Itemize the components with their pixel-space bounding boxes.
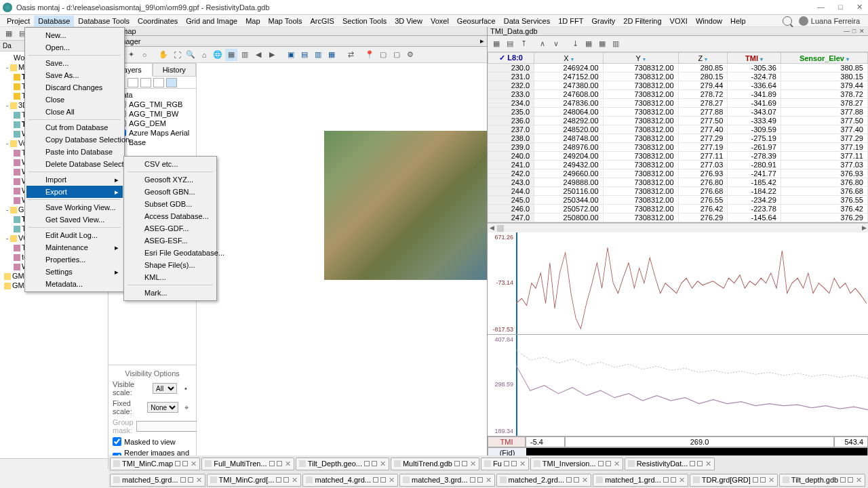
db-tool-2-icon[interactable]: ▤ bbox=[504, 38, 516, 50]
menu-1d-fft[interactable]: 1D FFT bbox=[554, 16, 587, 26]
doc-tab[interactable]: matched_1.grd...✕ bbox=[593, 474, 688, 487]
db-tool-down-icon[interactable]: ⤓ bbox=[569, 38, 581, 50]
map-tool-globe-icon[interactable]: 🌐 bbox=[212, 49, 224, 61]
export-esri-file-geodatabase-[interactable]: Esri File Geodatabase... bbox=[125, 247, 215, 259]
map-tool-star-icon[interactable]: ✦ bbox=[125, 49, 137, 61]
export-csv-etc-[interactable]: CSV etc... bbox=[125, 158, 215, 170]
menu-copy-db[interactable]: Copy Database Selection bbox=[26, 134, 123, 146]
doc-tab[interactable]: Fu✕ bbox=[481, 458, 529, 470]
export-geosoft-xyz-[interactable]: Geosoft XYZ... bbox=[125, 174, 215, 186]
profile-tmi[interactable]: 671.26 -73.14 -817.53 bbox=[488, 232, 868, 335]
menu-metadata[interactable]: Metadata... bbox=[26, 278, 123, 290]
fixed-scale-select[interactable]: None bbox=[147, 402, 178, 413]
menu-3d-view[interactable]: 3D View bbox=[391, 16, 427, 26]
menu-2d-filtering[interactable]: 2D Filtering bbox=[619, 16, 665, 26]
search-icon[interactable] bbox=[783, 16, 792, 26]
doc-tab[interactable]: ResistivityDat...✕ bbox=[625, 458, 715, 470]
export-subset-gdb-[interactable]: Subset GDB... bbox=[125, 198, 215, 210]
db-close-icon[interactable]: ✕ bbox=[858, 28, 865, 35]
menu-cut-db[interactable]: Cut from Database bbox=[26, 121, 123, 134]
menu-project[interactable]: Project bbox=[3, 16, 34, 26]
db-tool-cols-icon[interactable]: ▥ bbox=[610, 38, 622, 50]
doc-tab[interactable]: matched_3.grd...✕ bbox=[399, 474, 495, 487]
doc-tab[interactable]: MultiTrend.gdb✕ bbox=[391, 458, 479, 470]
profile-elev[interactable]: 407.84 298.59 189.34 bbox=[488, 335, 868, 437]
map-tool-blue2-icon[interactable]: ▤ bbox=[298, 49, 311, 61]
map-tool-x1-icon[interactable]: ▢ bbox=[377, 49, 389, 61]
doc-tab[interactable]: TMI_Inversion...✕ bbox=[530, 458, 623, 470]
data-table[interactable]: ✓ L8:0X ▾Y ▾Z ▾TMI ▾Sensor_Elev ▾230.024… bbox=[488, 52, 868, 223]
menu-export[interactable]: Export bbox=[26, 186, 123, 198]
doc-tab[interactable]: Tilt_depth.gdb✕ bbox=[779, 474, 865, 487]
map-tool-layer-icon[interactable]: ▦ bbox=[225, 49, 237, 61]
db-tool-up-icon[interactable]: ⤒ bbox=[517, 38, 530, 50]
menu-data-services[interactable]: Data Services bbox=[500, 16, 554, 26]
map-tool-blue3-icon[interactable]: ▥ bbox=[312, 49, 324, 61]
export-mark-[interactable]: Mark... bbox=[125, 287, 215, 299]
map-tool-circle-icon[interactable]: ○ bbox=[138, 49, 151, 61]
doc-tab[interactable]: TMI_MinC.grd[...✕ bbox=[207, 474, 302, 487]
menu-close-all[interactable]: Close All bbox=[26, 106, 123, 118]
menu-close[interactable]: Close bbox=[26, 94, 123, 106]
db-tool-grid2-icon[interactable]: ▦ bbox=[596, 38, 608, 50]
map-tool-pin-icon[interactable]: 📍 bbox=[363, 49, 376, 61]
menu-section-tools[interactable]: Section Tools bbox=[338, 16, 391, 26]
map-tool-zoom-sel-icon[interactable]: ⛶ bbox=[171, 49, 183, 61]
menu-get-view[interactable]: Get Saved View... bbox=[26, 214, 123, 226]
menu-save[interactable]: Save... bbox=[26, 57, 123, 69]
menu-arcgis[interactable]: ArcGIS bbox=[306, 16, 338, 26]
doc-tab[interactable]: matched_2.grd...✕ bbox=[496, 474, 592, 487]
menu-new[interactable]: New... bbox=[26, 29, 123, 41]
menu-props[interactable]: Properties... bbox=[26, 253, 123, 266]
map-tool-blue4-icon[interactable]: ▦ bbox=[326, 49, 338, 61]
db-tool-1-icon[interactable]: ▦ bbox=[490, 38, 502, 50]
menu-geosurface[interactable]: Geosurface bbox=[453, 16, 500, 26]
menu-save-view[interactable]: Save Working View... bbox=[26, 201, 123, 214]
export-shape-file-s-[interactable]: Shape File(s)... bbox=[125, 259, 215, 271]
db-max-icon[interactable]: □ bbox=[850, 28, 858, 35]
visible-scale-select[interactable]: All bbox=[153, 383, 177, 394]
menu-coordinates[interactable]: Coordinates bbox=[134, 16, 182, 26]
export-aseg-esf-[interactable]: ASEG-ESF... bbox=[125, 235, 215, 247]
user-badge[interactable]: Luana Ferreira bbox=[799, 16, 865, 26]
map-tool-link-icon[interactable]: ⇄ bbox=[344, 49, 357, 61]
menu-maint[interactable]: Maintenance bbox=[26, 241, 123, 253]
menu-voxi[interactable]: VOXI bbox=[666, 16, 692, 26]
doc-tab[interactable]: Full_MultiTren...✕ bbox=[201, 458, 294, 470]
menu-audit[interactable]: Edit Audit Log... bbox=[26, 229, 123, 241]
export-aseg-gdf-[interactable]: ASEG-GDF... bbox=[125, 222, 215, 235]
layermode-4-icon[interactable] bbox=[166, 78, 177, 87]
menu-settings[interactable]: Settings bbox=[26, 266, 123, 278]
doc-tab[interactable]: TMI_MinC.map✕ bbox=[110, 458, 200, 470]
menu-paste-db[interactable]: Paste into Database bbox=[26, 146, 123, 158]
maximize-button[interactable]: □ bbox=[835, 3, 846, 12]
tree-hscroll[interactable] bbox=[0, 458, 108, 469]
menu-map-tools[interactable]: Map Tools bbox=[264, 16, 307, 26]
export-kml-[interactable]: KML... bbox=[125, 271, 215, 283]
db-tool-grid-icon[interactable]: ▦ bbox=[583, 38, 595, 50]
layermode-1-icon[interactable] bbox=[127, 78, 138, 87]
map-tool-back-icon[interactable]: ◀ bbox=[252, 49, 264, 61]
map-tool-pan-icon[interactable]: ✋ bbox=[157, 49, 170, 61]
map-tool-fwd-icon[interactable]: ▶ bbox=[266, 49, 278, 61]
menu-voxel[interactable]: Voxel bbox=[427, 16, 453, 26]
menu-open[interactable]: Open... bbox=[26, 41, 123, 54]
db-min-icon[interactable]: — bbox=[843, 28, 850, 35]
map-tool-home-icon[interactable]: ⌂ bbox=[198, 49, 210, 61]
explorer-tool1-icon[interactable]: ▦ bbox=[3, 28, 15, 40]
history-tab[interactable]: History bbox=[153, 63, 197, 77]
doc-tab[interactable]: matched_5.grd...✕ bbox=[110, 474, 205, 487]
masked-to-view-check[interactable] bbox=[113, 437, 121, 446]
menu-database-tools[interactable]: Database Tools bbox=[74, 16, 134, 26]
doc-tab[interactable]: Tilt_Depth.geo...✕ bbox=[296, 458, 389, 470]
menu-import[interactable]: Import bbox=[26, 174, 123, 186]
map-canvas[interactable]: | Data:AG bbox=[197, 63, 487, 469]
fixed-scale-btn[interactable]: ⌖ bbox=[181, 401, 192, 413]
map-tool-gear-icon[interactable]: ⚙ bbox=[404, 49, 416, 61]
menu-grid-image[interactable]: Grid and Image bbox=[182, 16, 241, 26]
menu-gravity[interactable]: Gravity bbox=[587, 16, 619, 26]
export-access-database-[interactable]: Access Database... bbox=[125, 210, 215, 222]
table-hscroll[interactable]: ◀▶ bbox=[488, 223, 868, 232]
menu-discard[interactable]: Discard Changes bbox=[26, 81, 123, 94]
export-geosoft-gbn-[interactable]: Geosoft GBN... bbox=[125, 186, 215, 198]
